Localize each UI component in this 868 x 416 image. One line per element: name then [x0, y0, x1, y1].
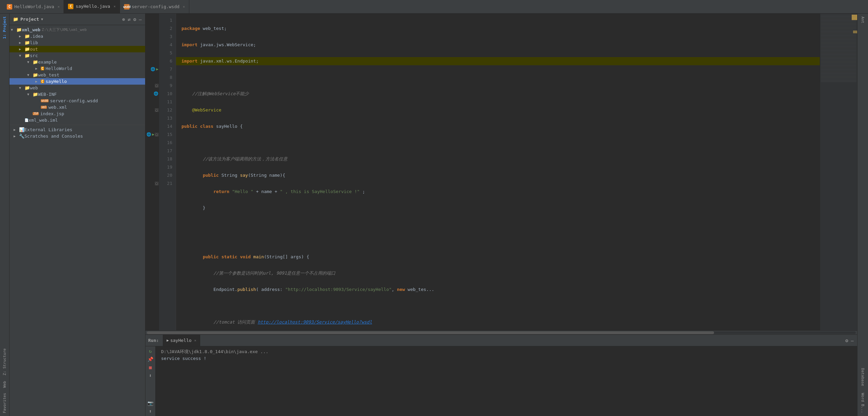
- scratches-arrow: ▶: [14, 134, 19, 138]
- tab-server-config[interactable]: wsdd server-config.wsdd ✕: [120, 0, 189, 13]
- tree-sayhello[interactable]: ▶ C sayHello: [10, 78, 145, 85]
- jsp-label: index.jsp: [40, 111, 64, 116]
- tab-hello-world-close[interactable]: ✕: [57, 5, 59, 8]
- tree-example[interactable]: ▼ 📁 example: [10, 59, 145, 65]
- run-icon-7[interactable]: ▶: [156, 65, 158, 73]
- stop-icon[interactable]: ■: [147, 365, 153, 370]
- tab-say-hello-label: sayHello.java: [75, 4, 110, 9]
- line-numbers: 12345 678910 1112131415 1617181920 21: [159, 14, 176, 330]
- tab-hello-world[interactable]: C HelloWorld.java ✕: [3, 0, 64, 13]
- web-icon: 📁: [24, 85, 30, 90]
- tree-wsdd[interactable]: ▶ wsdd server-config.wsdd: [10, 98, 145, 104]
- console-settings-icon[interactable]: ⚙: [845, 338, 848, 343]
- tab-say-hello[interactable]: C sayHello.java ✕: [64, 0, 120, 13]
- code-line-2: import javax.jws.WebService;: [181, 41, 814, 49]
- console-toolbar: ↻ 📌 ■ ⬇ 📷 ⬆: [145, 346, 156, 416]
- code-line-8: [181, 139, 814, 147]
- rerun-icon[interactable]: ↻: [147, 348, 153, 354]
- project-sync-icon[interactable]: ⊕: [122, 17, 125, 22]
- scratches-label: Scratches and Consoles: [24, 134, 83, 139]
- webxml-icon: xml: [41, 106, 47, 109]
- sidebar-item-structure[interactable]: Z: Structure: [1, 346, 8, 378]
- fold-icon-15[interactable]: ○: [155, 133, 158, 136]
- gutter-8: [146, 73, 158, 82]
- gutter-14: [146, 122, 158, 131]
- project-collapse-icon[interactable]: ⇄: [128, 17, 131, 22]
- code-line-19: //tomcat 访问页面 http://localhost:9093/Serv…: [181, 318, 814, 326]
- code-line-17: Endpoint.publish( address: "http://local…: [181, 285, 814, 294]
- code-line-10: public String say(String name){: [181, 171, 814, 179]
- minimap: [820, 14, 857, 330]
- tree-indexjsp[interactable]: ▶ JSP index.jsp: [10, 110, 145, 117]
- run-icon-15[interactable]: ▶: [152, 131, 154, 139]
- up-icon[interactable]: ⬆: [147, 409, 153, 414]
- globe-icon-10: 🌐: [154, 90, 158, 98]
- tree-webtest[interactable]: ▼ 📁 web_test: [10, 72, 145, 78]
- scroll-down-icon[interactable]: ⬇: [147, 373, 153, 378]
- project-minimize-icon[interactable]: —: [139, 17, 142, 22]
- tab-server-config-close[interactable]: ✕: [183, 5, 185, 8]
- gutter-13: [146, 114, 158, 122]
- gutter-3: [146, 33, 158, 41]
- project-settings-icon[interactable]: ⚙: [133, 17, 136, 22]
- horizontal-scrollbar[interactable]: [145, 330, 857, 334]
- code-content[interactable]: package web_test; import javax.jws.WebSe…: [176, 14, 820, 330]
- gutter-9: ○: [146, 82, 158, 90]
- gutter-20: [146, 171, 158, 179]
- console-minimize-icon[interactable]: —: [851, 338, 854, 343]
- ext-libs-arrow: ▶: [14, 128, 19, 132]
- pin-icon[interactable]: 📌: [147, 357, 153, 362]
- gutter-5: [146, 49, 158, 57]
- tree-idea[interactable]: ▶ 📁 .idea: [10, 33, 145, 39]
- root-folder-icon: 📁: [16, 27, 22, 32]
- tree-src[interactable]: ▼ 📁 src: [10, 52, 145, 59]
- gutter-icons: 🌐 ▶ ○ 🌐 ○: [145, 14, 159, 330]
- tree-scratches[interactable]: ▶ 🔧 Scratches and Consoles: [10, 133, 145, 139]
- sidebar-item-favorites[interactable]: Favorites: [1, 390, 8, 416]
- right-tab-database[interactable]: Database: [859, 365, 866, 389]
- gutter-6: [146, 57, 158, 65]
- tree-webxml[interactable]: ▶ xml web.xml: [10, 104, 145, 110]
- console-output-text: service success !: [161, 355, 852, 362]
- sidebar-item-web[interactable]: Web: [1, 378, 8, 391]
- tree-out[interactable]: ▶ 📁 out: [10, 46, 145, 52]
- code-line-7: public class sayHello {: [181, 122, 814, 131]
- tree-lib[interactable]: ▶ 📁 lib: [10, 39, 145, 46]
- gutter-19: [146, 163, 158, 171]
- java-icon: C: [7, 4, 12, 10]
- webtest-arrow: ▼: [27, 73, 33, 77]
- run-label: Run:: [148, 338, 159, 343]
- project-tree: ▼ 📁 xml_web Z:\大三下\XML\xml_web ▶ 📁 .idea…: [10, 25, 145, 416]
- console-tab-close[interactable]: ✕: [194, 339, 196, 342]
- fold-icon-21[interactable]: ○: [155, 182, 158, 185]
- java-active-icon: C: [68, 4, 73, 9]
- sidebar-item-project[interactable]: 1: Project: [1, 14, 8, 41]
- tab-server-config-label: server-config.wsdd: [132, 4, 179, 9]
- webtest-label: web_test: [38, 72, 59, 77]
- right-tab-ant[interactable]: Ant: [858, 15, 868, 25]
- code-line-3: import javax.xml.ws.Endpoint;: [176, 57, 820, 65]
- globe-run-icon-7[interactable]: 🌐: [151, 65, 155, 73]
- globe-run-icon-15[interactable]: 🌐: [146, 131, 151, 139]
- fold-icon-12[interactable]: ○: [155, 108, 158, 112]
- gutter-7: 🌐 ▶: [146, 65, 158, 73]
- minimap-content: [820, 14, 857, 84]
- lib-arrow: ▶: [19, 41, 24, 45]
- scrollbar-thumb[interactable]: [147, 331, 714, 334]
- project-dropdown-icon[interactable]: ▼: [41, 17, 43, 21]
- tree-helloworld[interactable]: ▶ C HelloWorld: [10, 65, 145, 72]
- tree-web[interactable]: ▼ 📁 web: [10, 85, 145, 91]
- jsp-icon: JSP: [33, 112, 39, 115]
- right-tab-word[interactable]: Word B...: [859, 390, 866, 416]
- camera-icon[interactable]: 📷: [147, 400, 153, 406]
- example-icon: 📁: [33, 59, 38, 65]
- tree-root[interactable]: ▼ 📁 xml_web Z:\大三下\XML\xml_web: [10, 27, 145, 33]
- console-tab-sayhello[interactable]: ▶ sayHello ✕: [163, 335, 200, 346]
- tab-say-hello-close[interactable]: ✕: [114, 4, 116, 8]
- console-command: D:\JAVA环境\jdk1.8.0_144\bin\java.exe ...: [161, 348, 852, 355]
- tree-iml[interactable]: ▶ 📄 xml_web.iml: [10, 117, 145, 123]
- fold-icon-9[interactable]: ○: [155, 84, 158, 87]
- code-line-15: public static void main(String[] args) {: [181, 253, 814, 261]
- tree-ext-libs[interactable]: ▶ 📊 External Libraries: [10, 126, 145, 133]
- tree-webinf[interactable]: ▼ 📁 WEB-INF: [10, 91, 145, 98]
